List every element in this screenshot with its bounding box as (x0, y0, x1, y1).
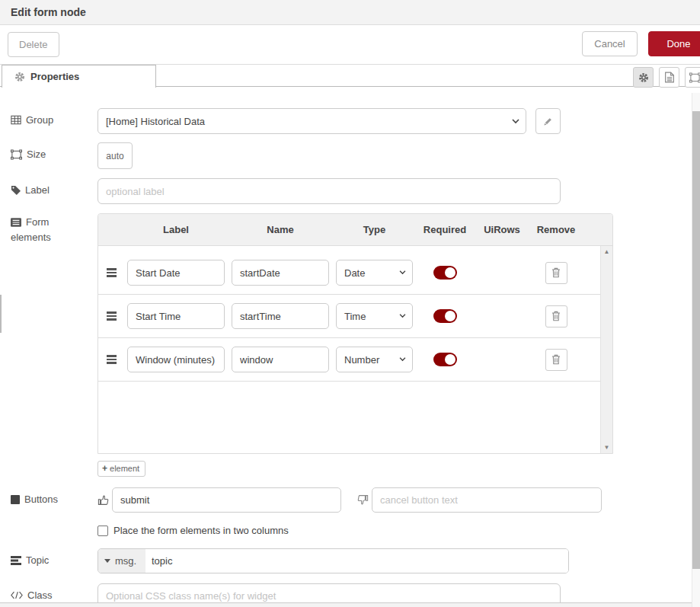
topic-label: Topic (26, 554, 49, 566)
remove-element-button[interactable] (545, 349, 567, 371)
tab-properties[interactable]: Properties (2, 65, 156, 88)
topic-input[interactable] (145, 549, 568, 573)
scroll-up-icon[interactable]: ▲ (601, 248, 612, 255)
drag-handle-icon[interactable] (104, 310, 127, 322)
size-label-wrap: Size (11, 142, 97, 160)
node-settings-button[interactable] (633, 67, 654, 88)
column-header-remove: Remove (527, 224, 585, 235)
size-row: Size auto (11, 142, 700, 169)
node-appearance-button[interactable] (685, 67, 700, 88)
edit-form-node-dialog: Edit form node Delete Cancel Done Proper… (0, 0, 700, 607)
edit-group-button[interactable] (535, 108, 561, 134)
form-elements-label-line2: elements (11, 232, 51, 243)
label-label-wrap: Label (11, 178, 97, 196)
class-label: Class (27, 589, 53, 601)
two-columns-checkbox[interactable] (97, 526, 108, 536)
column-header-required: Required (413, 224, 477, 235)
group-row: Group [Home] Historical Data (11, 108, 700, 134)
label-label: Label (25, 184, 50, 196)
done-button[interactable]: Done (648, 31, 700, 56)
add-element-button[interactable]: + element (97, 461, 145, 477)
label-row: Label (11, 178, 700, 204)
form-elements-label-wrap: Form elements (11, 213, 97, 245)
table-icon (11, 115, 21, 125)
required-toggle[interactable] (433, 309, 457, 323)
group-select[interactable]: [Home] Historical Data (97, 108, 526, 134)
element-label-input[interactable] (127, 347, 225, 372)
two-columns-row: Place the form elements in two columns (97, 525, 700, 536)
element-label-input[interactable] (127, 260, 225, 286)
dialog-title: Edit form node (0, 0, 700, 25)
left-edge-grip (0, 295, 2, 333)
remove-element-button[interactable] (545, 305, 567, 327)
buttons-label-wrap: Buttons (11, 487, 97, 505)
form-element-row: Number (98, 338, 600, 382)
element-name-input[interactable] (232, 303, 329, 329)
cancel-button-text-input[interactable] (372, 487, 602, 513)
size-button[interactable]: auto (97, 142, 133, 169)
column-header-uirows: UiRows (477, 224, 527, 235)
document-icon (664, 72, 675, 83)
table-scrollbar[interactable]: ▲ ▼ (600, 246, 612, 453)
group-label: Group (26, 114, 53, 126)
element-type-select[interactable]: Time (336, 303, 413, 329)
required-toggle[interactable] (433, 353, 457, 366)
thumbs-up-icon (97, 487, 109, 506)
gear-icon (14, 72, 25, 82)
topic-row: Topic msg. (11, 548, 700, 573)
code-icon (11, 591, 23, 599)
tab-properties-label: Properties (30, 71, 79, 82)
drag-handle-icon[interactable] (104, 267, 127, 279)
page-scrollbar[interactable] (692, 93, 700, 607)
size-label: Size (27, 149, 46, 160)
submit-button-text-input[interactable] (112, 487, 341, 513)
column-header-name: Name (232, 224, 329, 235)
thumbs-down-icon (357, 487, 369, 506)
element-name-input[interactable] (232, 260, 329, 286)
tag-icon (11, 185, 21, 195)
trash-icon (551, 311, 561, 321)
chevron-down-icon (399, 357, 406, 362)
node-description-button[interactable] (659, 67, 679, 88)
plus-icon: + (102, 463, 107, 474)
pencil-icon (543, 117, 553, 126)
page-scrollbar-thumb[interactable] (692, 111, 700, 569)
properties-panel: Group [Home] Historical Data Size (0, 87, 700, 607)
square-icon (11, 495, 20, 504)
delete-button[interactable]: Delete (8, 32, 59, 57)
dialog-footer-strip (0, 602, 700, 607)
form-element-row: Time (98, 295, 600, 338)
two-columns-checkbox-label: Place the form elements in two columns (113, 525, 289, 536)
add-element-label: element (110, 464, 139, 473)
label-input[interactable] (97, 178, 561, 204)
element-type-select[interactable]: Number (336, 347, 413, 372)
object-group-icon (689, 72, 700, 83)
element-type-select[interactable]: Date (336, 260, 413, 286)
chevron-down-icon (512, 119, 519, 124)
form-elements-row: Form elements Label Name Type Required U… (11, 213, 700, 454)
list-alt-icon (11, 218, 21, 227)
gear-icon (638, 72, 649, 83)
form-element-row: Date (98, 251, 600, 295)
drag-handle-icon[interactable] (104, 353, 127, 366)
topic-typed-input: msg. (97, 548, 569, 573)
dialog-button-bar: Delete Cancel Done (0, 25, 700, 64)
required-toggle[interactable] (433, 266, 457, 280)
scroll-down-icon[interactable]: ▼ (601, 444, 612, 451)
cancel-button[interactable]: Cancel (582, 31, 638, 56)
buttons-row: Buttons (11, 487, 700, 513)
column-header-type: Type (336, 224, 413, 235)
trash-icon (551, 267, 561, 278)
element-type-value: Date (344, 267, 365, 279)
topic-type-select[interactable]: msg. (98, 549, 145, 573)
object-group-icon (11, 149, 22, 160)
form-elements-label-line1: Form (26, 216, 49, 228)
class-label-wrap: Class (11, 583, 97, 601)
tasks-icon (11, 556, 21, 565)
column-header-label: Label (127, 224, 225, 235)
topic-label-wrap: Topic (11, 548, 97, 566)
group-select-value: [Home] Historical Data (106, 116, 205, 127)
remove-element-button[interactable] (545, 262, 567, 284)
element-label-input[interactable] (127, 303, 225, 329)
element-name-input[interactable] (232, 347, 329, 372)
